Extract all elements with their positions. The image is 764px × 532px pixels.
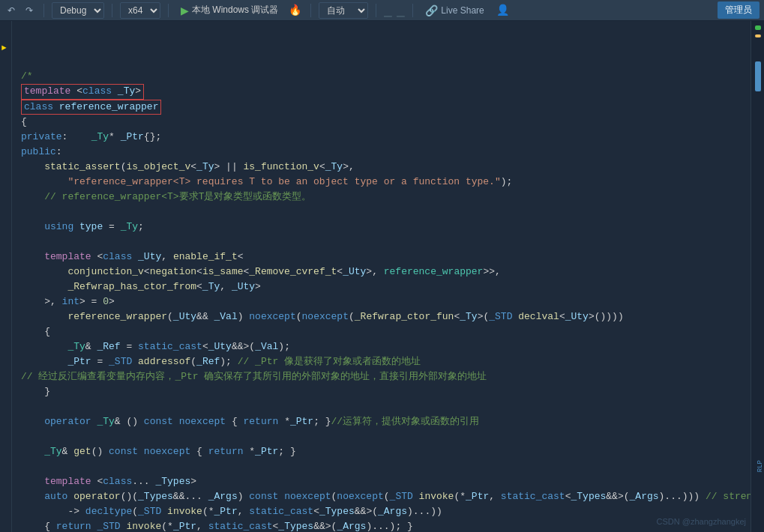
code-line-16: reference_wrapper(_Uty&& _Val) noexcept(… [18,309,751,324]
code-line-3: { [18,115,751,130]
scroll-indicator-yellow [755,34,761,37]
separator-3 [168,4,169,17]
code-line-11 [18,235,751,250]
scroll-bar-thumb[interactable] [755,61,761,91]
code-line-1: template <class _Ty> [18,84,751,99]
admin-button[interactable]: 管理员 [718,1,760,19]
rlp-label: RLP [755,460,764,472]
separator-1 [43,4,44,17]
live-share-button[interactable]: 🔗 Live Share [421,3,488,18]
watermark: CSDN @zhangzhangkej [657,517,746,526]
scroll-indicator-green [755,25,761,30]
undo-button[interactable]: ↶ [4,4,18,17]
code-line-12: template <class _Uty, enable_if_t< [18,250,751,265]
separator-4 [310,4,311,17]
code-line-9 [18,205,751,220]
toolbar-icon-1: ⎯ [384,3,392,18]
code-line-13: conjunction_v<negation<is_same<_Remove_c… [18,265,751,279]
editor[interactable]: /*template <class _Ty>class reference_wr… [12,21,751,532]
redo-button[interactable]: ↷ [22,4,36,17]
code-line-19: _Ptr = _STD addressof(_Ref); // _Ptr 像是获… [18,354,751,369]
code-line-2: class reference_wrapper [18,100,751,115]
code-line-29: -> decltype(_STD invoke(*_Ptr, static_ca… [18,504,751,519]
main-container: ► /*template <class _Ty>class reference_… [0,21,764,532]
code-line-24 [18,429,751,444]
code-line-30: { return _STD invoke(*_Ptr, static_cast<… [18,519,751,532]
toolbar-icon-2: ⎯ [397,3,405,18]
code-line-23: operator _Ty& () const noexcept { return… [18,414,751,429]
toolbar: ↶ ↷ Debug x64 ▶ 本地 Windows 调试器 🔥 自动 ⎯ ⎯ … [0,0,764,21]
code-line-4: private: _Ty* _Ptr{}; [18,130,751,145]
run-button[interactable]: ▶ 本地 Windows 调试器 [176,2,283,18]
run-label: 本地 Windows 调试器 [192,4,278,16]
code-line-6: static_assert(is_object_v<_Ty> || is_fun… [18,160,751,175]
code-line-7: "reference_wrapper<T> requires T to be a… [18,175,751,190]
code-line-17: { [18,324,751,339]
auto-select[interactable]: 自动 [319,2,368,19]
separator-5 [376,4,376,17]
code-line-5: public: [18,145,751,160]
gutter-arrow: ► [1,43,7,52]
code-line-21: } [18,384,751,399]
code-line-10: using type = _Ty; [18,220,751,235]
user-icon: 👤 [496,4,509,16]
code-line-8: // reference_wrapper<T>要求T是对象类型或函数类型。 [18,190,751,205]
separator-2 [112,4,112,17]
code-line-14: _Refwrap_has_ctor_from<_Ty, _Uty> [18,279,751,294]
code-content[interactable]: /*template <class _Ty>class reference_wr… [12,21,751,532]
code-line-25: _Ty& get() const noexcept { return *_Ptr… [18,444,751,459]
code-line-26 [18,459,751,474]
live-share-label: Live Share [441,5,484,16]
left-gutter: ► [0,21,12,532]
code-line-20: // 经过反汇编查看变量内存内容，_Ptr 确实保存了其所引用的外部对象的地址，… [18,369,751,384]
debug-select[interactable]: Debug [52,2,104,19]
fire-icon: 🔥 [289,4,301,16]
separator-6 [412,4,413,17]
code-line-18: _Ty& _Ref = static_cast<_Uty&&>(_Val); [18,339,751,354]
code-line-28: auto operator()(_Types&&... _Args) const… [18,489,751,504]
share-icon: 🔗 [425,4,438,16]
code-line-0: /* [18,69,751,84]
code-line-27: template <class... _Types> [18,474,751,489]
play-icon: ▶ [181,4,189,16]
code-line-22 [18,399,751,414]
arch-select[interactable]: x64 [120,2,160,19]
right-scrollbar-panel[interactable]: RLP [751,21,764,532]
code-line-15: >, int> = 0> [18,294,751,309]
